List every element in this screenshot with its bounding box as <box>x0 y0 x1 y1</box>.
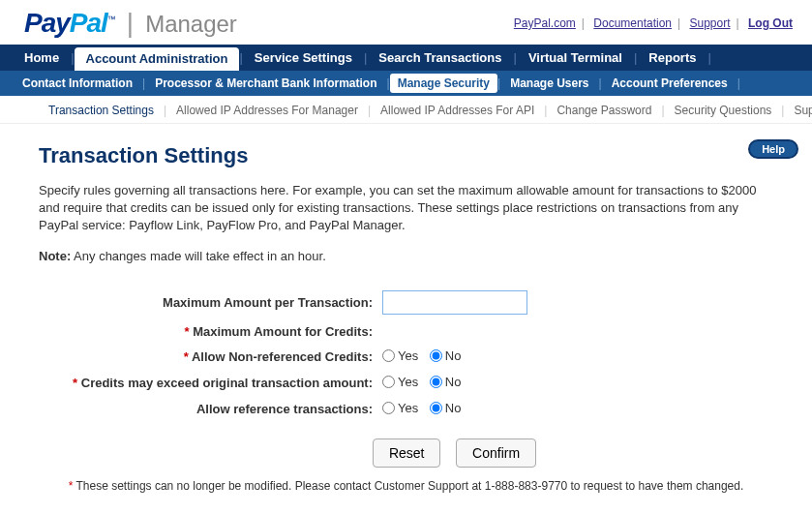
paypal-logo: PayPal™ <box>24 8 115 39</box>
label-allow-ref-tx: Allow reference transactions: <box>39 402 382 416</box>
confirm-button[interactable]: Confirm <box>456 438 536 468</box>
settings-form: Maximum Amount per Transaction: * Maximu… <box>39 290 773 417</box>
link-support[interactable]: Support <box>690 16 731 30</box>
nav-home[interactable]: Home <box>13 45 71 71</box>
nav-support-tab[interactable]: Support <box>784 104 812 117</box>
logo-divider: | <box>127 8 134 39</box>
tertiary-nav: Transaction Settings| Allowed IP Address… <box>0 96 812 124</box>
nav-account-administration[interactable]: Account Administration <box>75 47 240 71</box>
nav-virtual-terminal[interactable]: Virtual Terminal <box>517 45 634 71</box>
nav-manage-users[interactable]: Manage Users <box>500 71 598 96</box>
link-documentation[interactable]: Documentation <box>593 16 672 30</box>
radio-reftx-yes[interactable] <box>382 402 395 414</box>
top-links: PayPal.com| Documentation| Support| Log … <box>514 16 793 30</box>
header: PayPal™ | Manager PayPal.com| Documentat… <box>0 0 812 45</box>
nav-allowed-ip-api[interactable]: Allowed IP Addresses For API <box>371 104 544 117</box>
nav-processor-merchant-bank[interactable]: Processor & Merchant Bank Information <box>145 71 386 96</box>
radio-reftx-no[interactable] <box>430 402 442 414</box>
radio-exceed-no[interactable] <box>430 376 442 388</box>
label-max-per-transaction: Maximum Amount per Transaction: <box>39 295 382 310</box>
nav-contact-information[interactable]: Contact Information <box>13 71 142 96</box>
manager-label: Manager <box>145 11 237 38</box>
nav-change-password[interactable]: Change Password <box>547 104 661 117</box>
nav-security-questions[interactable]: Security Questions <box>665 104 782 117</box>
page-description: Specify rules governing all transactions… <box>39 182 773 235</box>
link-paypal-com[interactable]: PayPal.com <box>514 16 576 30</box>
secondary-nav: Contact Information| Processor & Merchan… <box>0 71 812 96</box>
label-allow-nonref-credits: * Allow Non-referenced Credits: <box>39 349 382 364</box>
nav-manage-security[interactable]: Manage Security <box>390 74 497 93</box>
content: Help Transaction Settings Specify rules … <box>0 124 812 502</box>
reset-button[interactable]: Reset <box>373 438 441 468</box>
logo-area: PayPal™ | Manager <box>24 8 237 39</box>
nav-transaction-settings[interactable]: Transaction Settings <box>39 104 164 117</box>
radio-nonref-no[interactable] <box>430 349 442 362</box>
label-credits-exceed: * Credits may exceed original transactio… <box>39 376 382 390</box>
nav-reports[interactable]: Reports <box>637 45 707 71</box>
help-button[interactable]: Help <box>748 139 798 159</box>
radio-exceed-yes[interactable] <box>382 376 395 388</box>
primary-nav: Home| Account Administration| Service Se… <box>0 45 812 71</box>
link-logout[interactable]: Log Out <box>748 16 793 30</box>
radio-nonref-yes[interactable] <box>382 349 395 362</box>
input-max-per-transaction[interactable] <box>382 290 527 315</box>
footnote: * These settings can no longer be modifi… <box>39 479 773 493</box>
nav-account-preferences[interactable]: Account Preferences <box>602 71 737 96</box>
page-title: Transaction Settings <box>39 143 773 168</box>
nav-search-transactions[interactable]: Search Transactions <box>367 45 513 71</box>
nav-service-settings[interactable]: Service Settings <box>243 45 364 71</box>
nav-allowed-ip-manager[interactable]: Allowed IP Addresses For Manager <box>166 104 368 117</box>
label-max-credits: * Maximum Amount for Credits: <box>39 324 382 339</box>
button-row: Reset Confirm <box>135 438 773 468</box>
note: Note: Any changes made will take effect … <box>39 249 773 263</box>
